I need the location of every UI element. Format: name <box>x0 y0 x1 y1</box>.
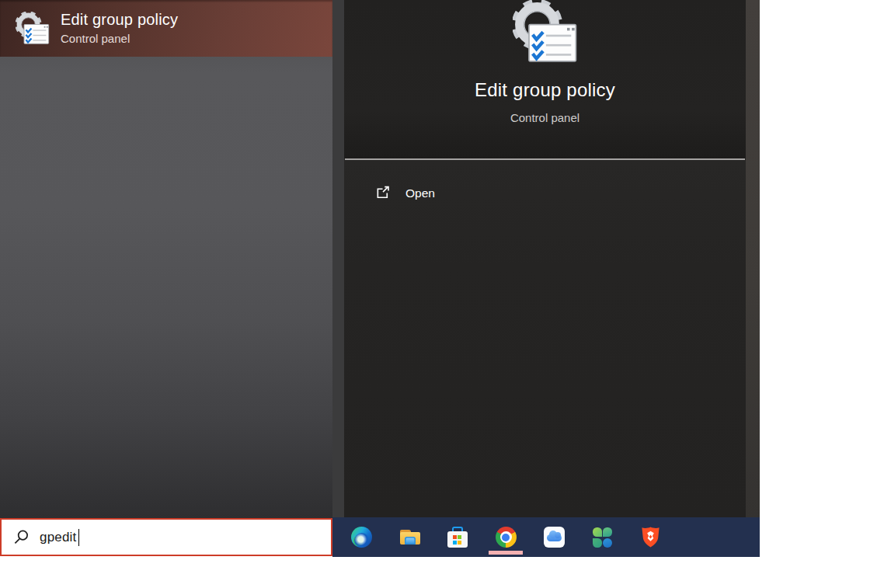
preview-actions: Open <box>344 160 746 518</box>
edge-icon <box>351 527 372 548</box>
text-caret <box>78 529 79 546</box>
taskbar-button-file-explorer[interactable] <box>385 517 433 557</box>
chrome-icon <box>496 527 517 548</box>
preview-subtitle: Control panel <box>510 111 579 124</box>
store-bag-icon <box>447 527 468 548</box>
folder-icon <box>399 527 420 548</box>
group-policy-icon <box>16 12 50 46</box>
taskbar <box>332 517 760 557</box>
chrome-active-indicator <box>489 551 523 555</box>
search-result-edit-group-policy[interactable]: Edit group policy Control panel <box>0 0 332 57</box>
result-preview-panel: Edit group policy Control panel Open <box>344 0 746 518</box>
brave-lion-shield-icon <box>640 526 661 548</box>
four-leaf-icon <box>592 527 613 548</box>
preview-title: Edit group policy <box>475 79 615 101</box>
search-results-panel: Edit group policy Control panel <box>0 0 332 518</box>
white-margin-right <box>760 0 884 588</box>
panel-gap-strip <box>332 0 344 518</box>
result-subtitle: Control panel <box>61 31 178 47</box>
open-icon <box>375 185 392 201</box>
open-action[interactable]: Open <box>375 183 443 203</box>
result-title: Edit group policy <box>61 10 178 30</box>
group-policy-icon-large <box>513 0 578 65</box>
windows-start-search-screen: Edit group policy Control panel gpedit E… <box>0 0 884 588</box>
blue-cloud-icon <box>544 527 565 548</box>
open-label: Open <box>405 186 435 200</box>
taskbar-button-microsoft-edge[interactable] <box>337 517 385 557</box>
preview-header: Edit group policy Control panel <box>344 0 746 158</box>
taskbar-button-green-leaf-app[interactable] <box>578 517 626 557</box>
taskbar-button-cloud-app[interactable] <box>530 517 578 557</box>
result-text: Edit group policy Control panel <box>61 10 178 47</box>
taskbar-button-microsoft-store[interactable] <box>433 517 482 557</box>
white-margin-bottom <box>0 557 884 588</box>
search-input[interactable]: gpedit <box>0 518 332 556</box>
taskbar-button-brave-browser[interactable] <box>626 517 674 557</box>
taskbar-button-google-chrome[interactable] <box>482 517 530 557</box>
search-input-value: gpedit <box>40 530 77 545</box>
desktop-edge-strip <box>746 0 760 518</box>
search-icon <box>13 529 30 545</box>
